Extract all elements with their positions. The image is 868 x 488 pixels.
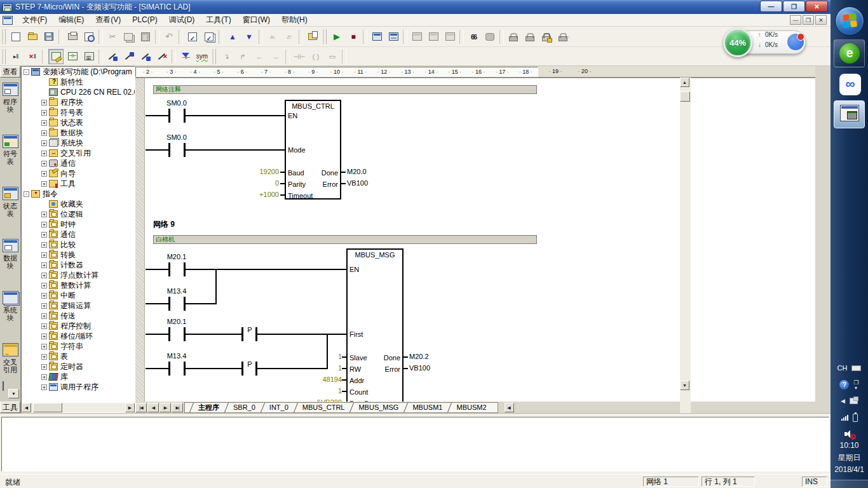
tree-item[interactable]: 新特性 bbox=[22, 77, 135, 87]
lock-button[interactable] bbox=[506, 29, 521, 44]
mdi-restore-button[interactable]: ❐ bbox=[803, 15, 814, 25]
tabs-next-button[interactable]: ▶ bbox=[159, 403, 171, 412]
viewbar-header-view[interactable]: 查看 bbox=[0, 66, 20, 78]
status-table-button[interactable] bbox=[442, 29, 458, 44]
lock-alt-button[interactable] bbox=[522, 29, 538, 44]
mdi-close-button[interactable]: ✕ bbox=[815, 15, 827, 25]
save-button[interactable] bbox=[41, 29, 57, 44]
tree-item[interactable]: - 指令 bbox=[22, 189, 135, 199]
editor-vertical-scrollbar[interactable]: ▲ ▼ bbox=[680, 66, 691, 413]
mdi-child-icon[interactable] bbox=[3, 16, 13, 25]
tree-expand-icon[interactable]: + bbox=[41, 262, 47, 268]
tree-item[interactable]: + 数据块 bbox=[22, 128, 135, 138]
view-component-button[interactable] bbox=[65, 49, 80, 64]
new-file-button[interactable] bbox=[8, 29, 24, 44]
memory-percent-ball[interactable]: 44% bbox=[723, 28, 752, 57]
mdi-minimize-button[interactable]: — bbox=[790, 15, 801, 25]
taskbar-clock[interactable]: 10:10 星期日 2018/4/1 bbox=[831, 440, 868, 476]
mbus-msg-block[interactable]: MBUS_MSG EN First Slave RW Addr Count Da… bbox=[346, 248, 403, 402]
sort-ascending-button[interactable]: A↓ bbox=[265, 29, 280, 44]
contact-label[interactable]: M20.1 bbox=[154, 318, 199, 325]
viewbar-header-tools[interactable]: 工具 bbox=[0, 402, 20, 413]
tabs-last-button[interactable]: ▶| bbox=[172, 403, 183, 412]
compile-button[interactable]: ✓ bbox=[185, 29, 200, 44]
tree-expand-icon[interactable]: - bbox=[24, 191, 29, 197]
start-button[interactable] bbox=[835, 6, 864, 36]
pause-status-button[interactable] bbox=[386, 29, 401, 44]
minimize-button[interactable]: — bbox=[760, 1, 782, 12]
keyboard-icon[interactable] bbox=[851, 365, 861, 371]
language-indicator[interactable]: CH bbox=[837, 364, 848, 372]
unlock-button[interactable] bbox=[555, 29, 571, 44]
tree-item[interactable]: + 定时器 bbox=[22, 362, 135, 372]
upload-button[interactable]: ▲ bbox=[225, 29, 240, 44]
tree-expand-icon[interactable]: + bbox=[41, 252, 47, 258]
address-filter-button[interactable] bbox=[178, 49, 193, 64]
draw-line-left-button[interactable] bbox=[138, 49, 153, 64]
tab-mbus-msg[interactable]: MBUS_MSG bbox=[351, 403, 405, 412]
draw-line-delete-button[interactable] bbox=[154, 49, 170, 64]
tree-expand-icon[interactable]: + bbox=[41, 283, 47, 288]
paste-button[interactable] bbox=[138, 29, 153, 44]
tabs-scroll-left-button[interactable]: ◀ bbox=[505, 403, 514, 412]
tree-item[interactable]: + 通信 bbox=[22, 158, 135, 168]
symbolic-addressing-button[interactable]: sym bbox=[194, 49, 210, 64]
tree-item[interactable]: + 符号表 bbox=[22, 107, 135, 118]
volume-muted-icon[interactable] bbox=[844, 430, 855, 438]
cut-button[interactable]: ✂ bbox=[105, 29, 120, 44]
tree-item[interactable]: + 时钟 bbox=[22, 219, 135, 229]
tree-expand-icon[interactable]: + bbox=[41, 120, 47, 126]
scroll-left-icon[interactable]: ◀ bbox=[22, 403, 31, 412]
tree-expand-icon[interactable]: - bbox=[24, 69, 29, 75]
step7-task-button[interactable] bbox=[834, 100, 865, 128]
tree-expand-icon[interactable]: + bbox=[41, 181, 47, 187]
tree-expand-icon[interactable]: + bbox=[41, 313, 47, 319]
compile-all-button[interactable]: ✓ bbox=[201, 29, 217, 44]
tree-item[interactable]: + 表 bbox=[22, 351, 135, 362]
tab-mbus-ctrl[interactable]: MBUS_CTRL bbox=[295, 403, 352, 412]
tree-expand-icon[interactable]: + bbox=[41, 344, 47, 349]
line-left-button[interactable]: ← bbox=[252, 49, 267, 64]
param-value[interactable]: 19200 bbox=[231, 168, 279, 175]
scroll-up-icon[interactable]: ▲ bbox=[680, 78, 689, 87]
contact-label[interactable]: SM0.0 bbox=[154, 133, 199, 141]
tree-expand-icon[interactable]: + bbox=[41, 273, 47, 278]
draw-line-up-button[interactable] bbox=[121, 49, 137, 64]
tree-expand-icon[interactable]: + bbox=[41, 100, 47, 105]
restore-layout-icon[interactable]: ❐ bbox=[853, 379, 858, 386]
menu-tools[interactable]: 工具(T) bbox=[200, 14, 236, 25]
tree-item[interactable]: + 字符串 bbox=[22, 341, 135, 351]
view-grid-button[interactable] bbox=[81, 49, 97, 64]
tree-expand-icon[interactable] bbox=[41, 90, 47, 95]
tree-expand-icon[interactable]: + bbox=[41, 140, 47, 146]
tree-item[interactable]: + 调用子程序 bbox=[22, 382, 135, 392]
insert-network-button[interactable]: ▸ bbox=[8, 49, 24, 64]
tree-item[interactable]: + 转换 bbox=[22, 250, 135, 260]
tree-item[interactable]: + 系统块 bbox=[22, 138, 135, 148]
network-comment-bar[interactable]: 白棉机 bbox=[153, 235, 537, 244]
tree-expand-icon[interactable]: + bbox=[41, 110, 47, 116]
ladder-canvas[interactable]: 网络注释 SM0.0 SM0.0 MBUS_CTRL bbox=[135, 78, 815, 402]
output-window-content[interactable] bbox=[1, 417, 829, 471]
mbus-ctrl-block[interactable]: MBUS_CTRL EN Mode Baud Parity Timeout Do… bbox=[285, 100, 341, 200]
tree-item[interactable]: + 整数计算 bbox=[22, 280, 135, 290]
tree-expand-icon[interactable]: + bbox=[41, 293, 47, 299]
menu-help[interactable]: 帮助(H) bbox=[276, 14, 313, 25]
tree-expand-icon[interactable]: + bbox=[41, 354, 47, 360]
tree-item[interactable]: + 程序块 bbox=[22, 97, 135, 107]
print-preview-button[interactable] bbox=[81, 29, 97, 44]
insert-box-button[interactable]: ▭ bbox=[325, 49, 340, 64]
output-operand[interactable]: M20.0 bbox=[347, 168, 367, 175]
notification-ball-icon[interactable] bbox=[787, 34, 804, 50]
tree-horizontal-scrollbar[interactable]: ◀ ▶ bbox=[22, 403, 135, 412]
contact-label[interactable]: M13.4 bbox=[154, 287, 199, 295]
line-right-button[interactable]: → bbox=[268, 49, 283, 64]
param-value[interactable]: 1 bbox=[295, 353, 342, 360]
param-value[interactable]: 1 bbox=[295, 364, 342, 372]
tree-expand-icon[interactable]: + bbox=[41, 374, 47, 380]
viewbar-item-program-block[interactable]: 程序块 bbox=[0, 78, 20, 130]
tree-item[interactable]: + 位逻辑 bbox=[22, 209, 135, 219]
viewbar-item-symbol-table[interactable]: 符号表 bbox=[0, 130, 20, 182]
options-button[interactable] bbox=[305, 29, 320, 44]
menu-file[interactable]: 文件(F) bbox=[17, 14, 53, 25]
